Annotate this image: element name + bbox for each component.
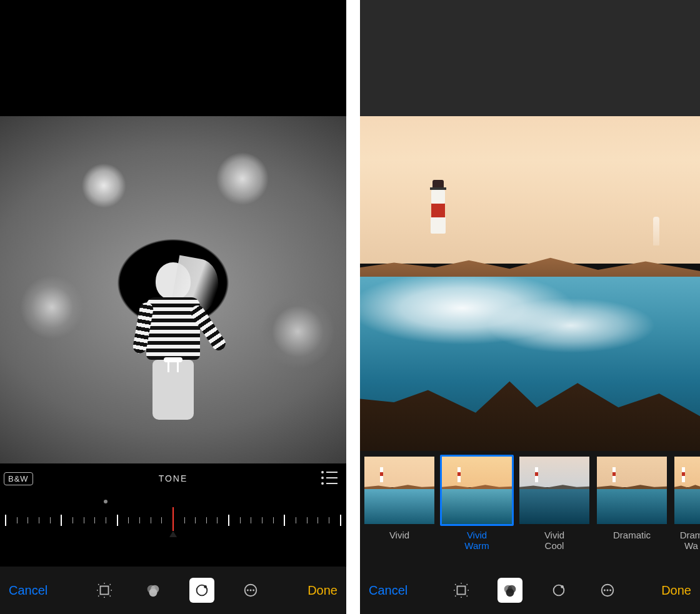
crop-rotate-button[interactable] [92,578,117,603]
bw-badge[interactable]: B&W [4,472,33,485]
filter-label: Dramatic [595,530,669,540]
filter-thumbnail-image [440,455,514,526]
filter-thumbnail-image [672,455,700,526]
svg-point-15 [247,590,249,592]
cancel-button[interactable]: Cancel [9,583,48,598]
bw-subject-child [136,262,211,425]
svg-point-13 [204,585,207,588]
photo-editor-left: B&W TONE Cancel [0,0,346,614]
pane-divider [346,0,360,614]
svg-point-8 [110,595,111,597]
filters-icon [145,582,161,598]
tone-title: TONE [159,473,188,483]
svg-point-1 [98,584,99,585]
filter-thumbnail-image [518,455,591,526]
filters-button[interactable] [498,578,522,603]
filter-thumb-vividcool[interactable]: Vivid Cool [518,455,591,552]
crop-rotate-icon [96,582,112,598]
photo-preview-bw[interactable] [0,116,346,463]
svg-point-6 [98,595,99,597]
crop-rotate-button[interactable] [449,578,474,603]
svg-point-7 [104,597,105,598]
svg-rect-0 [101,587,109,595]
filters-button[interactable] [141,578,166,603]
svg-point-17 [252,590,254,592]
done-button[interactable]: Done [308,583,338,598]
more-icon [599,582,616,598]
svg-rect-18 [458,587,466,595]
svg-point-16 [250,590,252,592]
more-icon [242,582,259,598]
filters-icon [502,582,518,598]
svg-point-19 [455,584,456,585]
filter-label: Vivid Warm [440,530,514,552]
filter-thumb-vivid[interactable]: Vivid [362,455,436,540]
filter-thumbnail-image [595,455,669,526]
scene-lighthouse [431,180,445,237]
svg-point-21 [467,584,468,585]
adjust-button[interactable] [189,578,214,603]
svg-point-35 [609,590,611,592]
done-button[interactable]: Done [661,583,691,598]
list-icon[interactable] [321,471,338,485]
svg-point-22 [454,590,455,591]
filter-thumb-dramatic[interactable]: Dramatic [595,455,669,540]
svg-point-29 [506,588,514,597]
tone-slider[interactable] [0,500,346,543]
slider-needle[interactable] [172,507,174,531]
more-button[interactable] [595,578,620,603]
toolbar-left: Cancel [0,567,346,614]
adjust-icon [551,582,567,598]
svg-point-33 [604,590,606,592]
slider-origin-dot [104,500,108,503]
tone-controls: B&W TONE [0,463,346,567]
filter-label: Vivid Cool [518,530,591,552]
filter-label: Vivid [362,530,436,540]
svg-point-26 [467,595,468,597]
filter-thumb-dramwarm[interactable]: Dram Wa [672,455,700,552]
svg-point-5 [111,590,112,591]
filter-thumbnail-image [362,455,436,526]
svg-point-2 [104,583,105,584]
svg-point-23 [468,590,469,591]
svg-point-3 [110,584,111,585]
blank-header-left [0,0,346,116]
svg-point-4 [97,590,98,591]
scene-distant-marker [653,217,659,245]
filter-thumb-vividwarm[interactable]: Vivid Warm [440,455,514,552]
svg-point-11 [149,588,158,597]
photo-editor-right: VividVivid WarmVivid CoolDramaticDram Wa… [360,0,700,614]
scene-sky [360,116,700,264]
svg-point-25 [461,597,462,598]
toolbar-right: Cancel [360,567,700,614]
adjust-button[interactable] [546,578,571,603]
crop-rotate-icon [453,582,469,598]
svg-point-24 [455,595,456,597]
more-button[interactable] [238,578,263,603]
svg-point-31 [561,585,564,588]
svg-point-20 [461,583,462,584]
adjust-icon [194,582,210,598]
photo-preview-color[interactable] [360,116,700,451]
svg-point-34 [607,590,609,592]
cancel-button[interactable]: Cancel [369,583,408,598]
blank-header-right [360,0,700,116]
filter-strip[interactable]: VividVivid WarmVivid CoolDramaticDram Wa [360,451,700,567]
filter-label: Dram Wa [672,530,700,552]
